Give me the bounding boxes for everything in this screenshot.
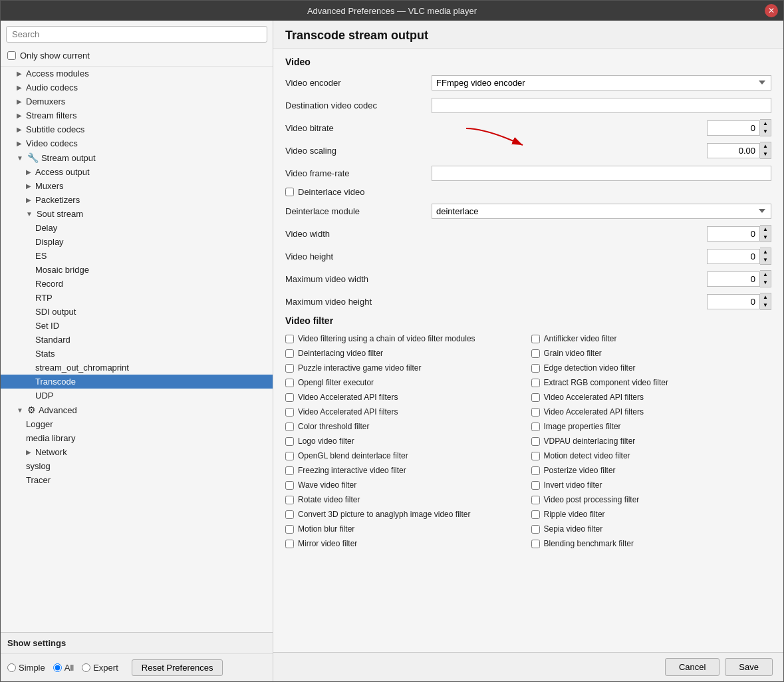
filter-checkbox[interactable] bbox=[531, 423, 540, 431]
deinterlace-video-checkbox[interactable] bbox=[285, 188, 294, 196]
tree-item-set-id[interactable]: Set ID bbox=[1, 319, 273, 333]
max-video-height-input[interactable] bbox=[707, 294, 760, 309]
all-radio-label[interactable]: All bbox=[53, 663, 74, 673]
tree-item-stream-filters[interactable]: ▶Stream filters bbox=[1, 108, 273, 122]
video-scaling-down[interactable]: ▼ bbox=[760, 150, 771, 158]
tree-item-es[interactable]: ES bbox=[1, 249, 273, 263]
tree-item-udp[interactable]: UDP bbox=[1, 389, 273, 403]
destination-codec-input[interactable] bbox=[432, 98, 771, 113]
deinterlace-module-select[interactable]: deinterlace bbox=[432, 204, 771, 219]
tree-item-delay[interactable]: Delay bbox=[1, 221, 273, 235]
destination-codec-label: Destination video codec bbox=[285, 100, 432, 110]
video-height-label: Video height bbox=[285, 252, 432, 261]
simple-radio-label[interactable]: Simple bbox=[7, 663, 45, 673]
filter-checkbox[interactable] bbox=[531, 335, 540, 343]
video-bitrate-input[interactable] bbox=[707, 120, 760, 136]
filter-checkbox[interactable] bbox=[531, 540, 540, 548]
tree-item-subtitle-codecs[interactable]: ▶Subtitle codecs bbox=[1, 122, 273, 136]
filter-checkbox[interactable] bbox=[285, 423, 294, 431]
tree-item-stream-output[interactable]: ▼🔧Stream output bbox=[1, 150, 273, 165]
tree-item-transcode[interactable]: Transcode bbox=[1, 375, 273, 389]
video-width-input[interactable] bbox=[707, 226, 760, 242]
tree-item-standard[interactable]: Standard bbox=[1, 333, 273, 347]
save-button[interactable]: Save bbox=[725, 658, 773, 676]
tree-item-advanced[interactable]: ▼⚙Advanced bbox=[1, 403, 273, 417]
video-encoder-select[interactable]: FFmpeg video encoder bbox=[432, 75, 771, 90]
max-video-height-up[interactable]: ▲ bbox=[760, 293, 771, 301]
filter-checkbox[interactable] bbox=[285, 510, 294, 519]
tree-item-muxers[interactable]: ▶Muxers bbox=[1, 179, 273, 193]
filter-checkbox[interactable] bbox=[531, 379, 540, 387]
max-video-width-up[interactable]: ▲ bbox=[760, 271, 771, 279]
tree-item-audio-codecs[interactable]: ▶Audio codecs bbox=[1, 81, 273, 94]
max-video-width-input[interactable] bbox=[707, 271, 760, 287]
filter-checkbox[interactable] bbox=[285, 540, 294, 548]
video-scaling-up[interactable]: ▲ bbox=[760, 142, 771, 150]
filter-checkbox[interactable] bbox=[531, 496, 540, 504]
simple-radio[interactable] bbox=[7, 663, 16, 672]
reset-preferences-button[interactable]: Reset Preferences bbox=[132, 659, 223, 676]
video-scaling-input[interactable] bbox=[707, 143, 760, 158]
filter-checkbox[interactable] bbox=[531, 364, 540, 373]
tree-item-stream-out-chromaprint[interactable]: stream_out_chromaprint bbox=[1, 361, 273, 375]
tree-item-rtp[interactable]: RTP bbox=[1, 291, 273, 305]
all-radio[interactable] bbox=[53, 663, 62, 672]
tree-item-network[interactable]: ▶Network bbox=[1, 445, 273, 459]
tree-item-stats[interactable]: Stats bbox=[1, 347, 273, 361]
video-bitrate-down[interactable]: ▼ bbox=[760, 128, 771, 136]
max-video-height-down[interactable]: ▼ bbox=[760, 301, 771, 309]
expert-radio-label[interactable]: Expert bbox=[82, 663, 118, 673]
filter-checkbox[interactable] bbox=[531, 437, 540, 446]
video-framerate-input[interactable] bbox=[432, 166, 771, 181]
only-show-current-checkbox[interactable] bbox=[7, 51, 16, 60]
tree-item-logger[interactable]: Logger bbox=[1, 417, 273, 431]
tree-item-packetizers[interactable]: ▶Packetizers bbox=[1, 193, 273, 207]
tree-label-audio-codecs: Audio codecs bbox=[26, 83, 78, 92]
filter-checkbox[interactable] bbox=[285, 437, 294, 446]
filter-checkbox[interactable] bbox=[285, 452, 294, 460]
tree-item-demuxers[interactable]: ▶Demuxers bbox=[1, 94, 273, 108]
filter-checkbox[interactable] bbox=[531, 466, 540, 475]
search-input[interactable] bbox=[6, 26, 267, 43]
filter-label: Color threshold filter bbox=[298, 422, 369, 431]
filter-checkbox[interactable] bbox=[285, 466, 294, 475]
filter-checkbox[interactable] bbox=[285, 335, 294, 343]
filter-checkbox[interactable] bbox=[531, 349, 540, 358]
tree-item-mosaic-bridge[interactable]: Mosaic bridge bbox=[1, 263, 273, 277]
tree-item-display[interactable]: Display bbox=[1, 235, 273, 249]
filter-checkbox[interactable] bbox=[285, 349, 294, 358]
filter-checkbox[interactable] bbox=[531, 481, 540, 490]
max-video-width-down[interactable]: ▼ bbox=[760, 279, 771, 287]
tree-item-sout-stream[interactable]: ▼Sout stream bbox=[1, 207, 273, 221]
video-height-input[interactable] bbox=[707, 249, 760, 264]
tree-item-record[interactable]: Record bbox=[1, 277, 273, 291]
filter-checkbox[interactable] bbox=[285, 408, 294, 417]
video-bitrate-up[interactable]: ▲ bbox=[760, 120, 771, 128]
filter-checkbox[interactable] bbox=[285, 379, 294, 387]
filter-checkbox[interactable] bbox=[531, 510, 540, 519]
tree-item-access-modules[interactable]: ▶Access modules bbox=[1, 67, 273, 81]
video-width-down[interactable]: ▼ bbox=[760, 234, 771, 242]
filter-checkbox[interactable] bbox=[531, 408, 540, 417]
tree-item-media-library[interactable]: media library bbox=[1, 431, 273, 445]
tree-item-syslog[interactable]: syslog bbox=[1, 459, 273, 473]
tree-item-tracer[interactable]: Tracer bbox=[1, 473, 273, 487]
filter-checkbox[interactable] bbox=[285, 393, 294, 402]
filter-checkbox[interactable] bbox=[285, 364, 294, 373]
tree-item-video-codecs[interactable]: ▶Video codecs bbox=[1, 136, 273, 150]
close-button[interactable]: ✕ bbox=[765, 4, 778, 17]
filter-checkbox[interactable] bbox=[531, 393, 540, 402]
tree-item-sdi-output[interactable]: SDI output bbox=[1, 305, 273, 319]
cancel-button[interactable]: Cancel bbox=[665, 658, 719, 676]
expert-radio[interactable] bbox=[82, 663, 90, 672]
tree-item-access-output[interactable]: ▶Access output bbox=[1, 165, 273, 179]
filter-checkbox[interactable] bbox=[531, 452, 540, 460]
filter-checkbox[interactable] bbox=[285, 496, 294, 504]
video-width-up[interactable]: ▲ bbox=[760, 226, 771, 234]
video-height-down[interactable]: ▼ bbox=[760, 256, 771, 264]
filter-checkbox[interactable] bbox=[285, 481, 294, 490]
video-height-up[interactable]: ▲ bbox=[760, 248, 771, 256]
filter-checkbox[interactable] bbox=[531, 525, 540, 534]
filter-checkbox[interactable] bbox=[285, 525, 294, 534]
video-framerate-control bbox=[432, 166, 771, 181]
